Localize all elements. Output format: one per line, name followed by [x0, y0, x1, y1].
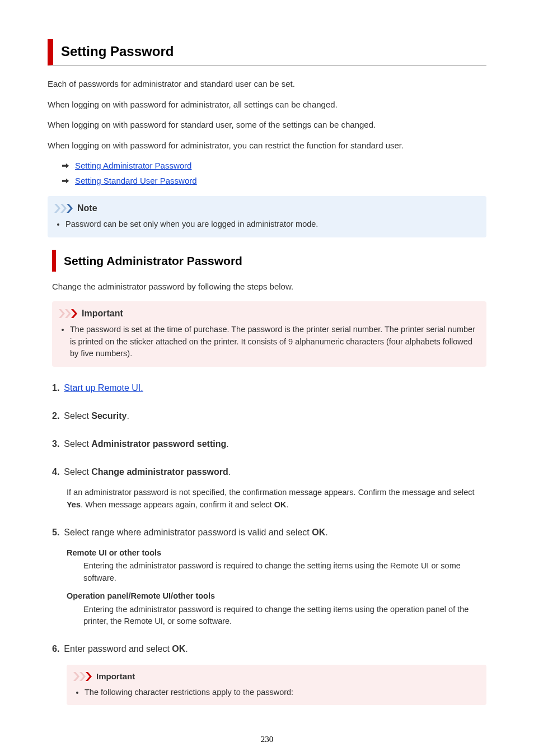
definition-desc: Entering the administrator password is r… [83, 604, 486, 628]
step-number: 2 [52, 409, 59, 423]
note-items: Password can be set only when you are lo… [54, 218, 480, 231]
list-item: Setting Standard User Password [62, 175, 486, 188]
definition-list: Remote UI or other tools Entering the ad… [67, 547, 486, 628]
important-item: The following character restrictions app… [85, 687, 480, 699]
step-6: 6 Enter password and select OK. Importan… [52, 642, 486, 705]
step-1: 1 Start up Remote UI. [52, 381, 486, 395]
link-list: Setting Administrator Password Setting S… [48, 160, 486, 187]
intro-text: When logging on with password for admini… [48, 139, 486, 152]
note-label-text: Note [77, 202, 97, 215]
important-label-text: Important [96, 670, 135, 683]
link-standard-password[interactable]: Setting Standard User Password [75, 175, 197, 188]
definition-term: Operation panel/Remote UI/other tools [67, 590, 486, 603]
link-start-remote-ui[interactable]: Start up Remote UI. [64, 383, 143, 393]
step-text: Enter password and select OK. [64, 642, 188, 656]
note-item: Password can be set only when you are lo… [65, 218, 480, 231]
step-text: Select Administrator password setting. [64, 437, 228, 451]
chevrons-icon [59, 309, 78, 318]
step-5: 5 Select range where administrator passw… [52, 526, 486, 628]
note-label: Note [54, 202, 480, 215]
step-3: 3 Select Administrator password setting. [52, 437, 486, 451]
step-text: Select range where administrator passwor… [64, 526, 327, 539]
link-admin-password[interactable]: Setting Administrator Password [75, 160, 191, 172]
step-2: 2 Select Security. [52, 409, 486, 423]
page-title: Setting Password [48, 39, 486, 66]
important-item: The password is set at the time of purch… [70, 324, 480, 360]
important-callout: Important The password is set at the tim… [52, 301, 486, 367]
step-body: If an administrator password is not spec… [67, 487, 486, 511]
chevrons-icon [54, 204, 73, 213]
step-number: 3 [52, 437, 59, 451]
definition-desc: Entering the administrator password is r… [83, 560, 486, 585]
intro-text: When logging on with password for standa… [48, 119, 486, 132]
step-4: 4 Select Change administrator password. … [52, 465, 486, 511]
step-number: 4 [52, 465, 59, 479]
important-label: Important [73, 670, 480, 683]
arrow-right-icon [62, 162, 69, 170]
step-number: 5 [52, 526, 59, 539]
important-items: The password is set at the time of purch… [59, 324, 480, 360]
step-text: Select Change administrator password. [64, 465, 231, 479]
step-number: 6 [52, 642, 59, 656]
step-number: 1 [52, 381, 59, 395]
section-heading: Setting Administrator Password [52, 250, 486, 272]
chevrons-icon [73, 672, 92, 681]
list-item: Setting Administrator Password [62, 160, 486, 172]
important-items: The following character restrictions app… [73, 687, 480, 699]
important-label-text: Important [82, 307, 123, 320]
note-callout: Note Password can be set only when you a… [48, 196, 486, 237]
page-number: 230 [48, 733, 486, 746]
intro-text: When logging on with password for admini… [48, 99, 486, 111]
important-callout: Important The following character restri… [67, 665, 486, 705]
steps-list: 1 Start up Remote UI. 2 Select Security.… [52, 381, 486, 705]
important-label: Important [59, 307, 480, 320]
step-text: Select Security. [64, 409, 129, 423]
section-lead: Change the administrator password by fol… [52, 281, 486, 293]
arrow-right-icon [62, 177, 69, 185]
definition-term: Remote UI or other tools [67, 547, 486, 559]
intro-text: Each of passwords for administrator and … [48, 78, 486, 91]
